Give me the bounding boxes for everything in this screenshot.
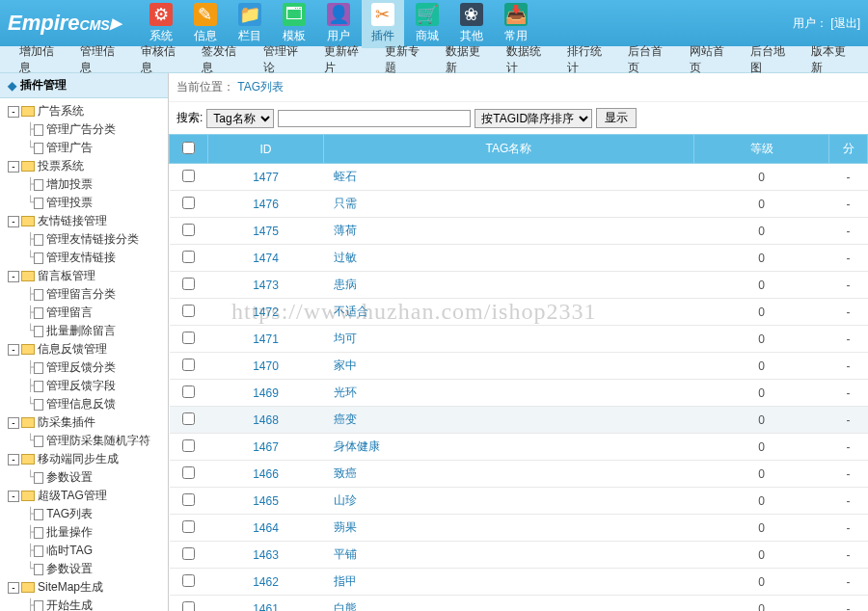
collapse-icon[interactable]: - <box>8 161 19 173</box>
row-id-link[interactable]: 1477 <box>253 171 279 184</box>
collapse-icon[interactable]: - <box>8 582 19 594</box>
tag-name-link[interactable]: 薄荷 <box>334 224 357 237</box>
subnav-item[interactable]: 审核信息 <box>129 43 190 76</box>
tree-item[interactable]: 增加投票 <box>46 177 93 191</box>
nav-插件[interactable]: ✂插件 <box>362 0 404 48</box>
tag-name-link[interactable]: 身体健康 <box>334 439 380 453</box>
tree-group[interactable]: 友情链接管理 <box>38 214 107 227</box>
nav-其他[interactable]: ❀其他 <box>450 0 493 48</box>
tree-group[interactable]: 防采集插件 <box>38 415 95 429</box>
tag-name-link[interactable]: 指甲 <box>334 574 357 588</box>
subnav-item[interactable]: 更新碎片 <box>312 43 373 76</box>
collapse-icon[interactable]: - <box>8 271 19 282</box>
collapse-icon[interactable]: - <box>8 491 19 502</box>
row-checkbox[interactable] <box>182 412 195 425</box>
collapse-icon[interactable]: - <box>8 216 19 227</box>
tree-group[interactable]: 广告系统 <box>38 104 84 118</box>
select-all-checkbox[interactable] <box>182 142 195 154</box>
tree-item[interactable]: 批量操作 <box>46 525 93 539</box>
tree-item[interactable]: 管理留言分类 <box>46 287 116 301</box>
row-checkbox[interactable] <box>182 305 195 317</box>
sort-select[interactable]: 按TAGID降序排序 <box>475 109 592 128</box>
tree-group[interactable]: 投票系统 <box>38 159 84 173</box>
tree-item[interactable]: 参数设置 <box>46 470 93 484</box>
tree-group[interactable]: 留言板管理 <box>38 269 95 282</box>
subnav-item[interactable]: 增加信息 <box>8 43 68 76</box>
row-id-link[interactable]: 1470 <box>253 359 279 373</box>
row-checkbox[interactable] <box>182 278 195 290</box>
row-id-link[interactable]: 1463 <box>253 548 279 562</box>
tag-name-link[interactable]: 家中 <box>334 359 357 372</box>
row-checkbox[interactable] <box>182 197 195 209</box>
row-id-link[interactable]: 1469 <box>253 386 279 400</box>
subnav-item[interactable]: 后台首页 <box>616 43 677 76</box>
tree-item[interactable]: 管理友情链接 <box>46 251 116 264</box>
row-checkbox[interactable] <box>182 251 195 263</box>
tree-item[interactable]: 临时TAG <box>46 544 93 557</box>
tree-item[interactable]: 管理广告 <box>46 141 93 154</box>
search-button[interactable]: 显示 <box>596 108 637 128</box>
row-id-link[interactable]: 1468 <box>253 413 279 427</box>
row-id-link[interactable]: 1467 <box>253 440 279 454</box>
row-checkbox[interactable] <box>182 332 195 344</box>
row-checkbox[interactable] <box>182 466 195 479</box>
subnav-item[interactable]: 更新专题 <box>373 43 434 76</box>
collapse-icon[interactable]: - <box>8 106 19 118</box>
tag-name-link[interactable]: 光环 <box>334 385 357 399</box>
row-id-link[interactable]: 1472 <box>253 306 279 319</box>
tree-group[interactable]: 超级TAG管理 <box>38 489 107 502</box>
tag-name-link[interactable]: 平铺 <box>334 547 357 561</box>
tree-group[interactable]: 信息反馈管理 <box>38 342 107 356</box>
tag-name-link[interactable]: 蛭石 <box>334 170 357 183</box>
tree-item[interactable]: 管理反馈字段 <box>46 379 116 392</box>
subnav-item[interactable]: 网站首页 <box>678 43 739 76</box>
row-checkbox[interactable] <box>182 601 195 612</box>
tag-name-link[interactable]: 患病 <box>334 278 357 291</box>
tree-item[interactable]: 管理投票 <box>46 196 93 209</box>
row-checkbox[interactable] <box>182 359 195 371</box>
row-id-link[interactable]: 1471 <box>253 332 279 346</box>
row-checkbox[interactable] <box>182 493 195 506</box>
tag-name-link[interactable]: 山珍 <box>334 493 357 507</box>
tree-item[interactable]: 管理留言 <box>46 306 93 319</box>
collapse-icon[interactable]: - <box>8 344 19 356</box>
subnav-item[interactable]: 管理信息 <box>68 43 129 76</box>
nav-栏目[interactable]: 📁栏目 <box>229 0 271 48</box>
subnav-item[interactable]: 数据统计 <box>495 43 556 76</box>
row-id-link[interactable]: 1475 <box>253 225 279 238</box>
tag-name-link[interactable]: 不适合 <box>334 305 368 318</box>
row-id-link[interactable]: 1464 <box>253 521 279 535</box>
subnav-item[interactable]: 排行统计 <box>556 43 616 76</box>
search-type-select[interactable]: Tag名称 <box>206 109 274 128</box>
breadcrumb-link[interactable]: TAG列表 <box>237 80 284 93</box>
row-id-link[interactable]: 1465 <box>253 494 279 508</box>
tag-name-link[interactable]: 只需 <box>334 197 357 210</box>
tree-item[interactable]: 管理防采集随机字符 <box>46 434 150 447</box>
tree-item[interactable]: 管理信息反馈 <box>46 397 116 411</box>
collapse-icon[interactable]: - <box>8 417 19 429</box>
tree-item[interactable]: TAG列表 <box>46 507 93 520</box>
subnav-item[interactable]: 签发信息 <box>190 43 251 76</box>
nav-信息[interactable]: ✎信息 <box>184 0 227 48</box>
row-checkbox[interactable] <box>182 520 195 533</box>
nav-用户[interactable]: 👤用户 <box>317 0 360 48</box>
row-id-link[interactable]: 1461 <box>253 602 279 612</box>
subnav-item[interactable]: 管理评论 <box>252 43 312 76</box>
subnav-item[interactable]: 数据更新 <box>434 43 495 76</box>
collapse-icon[interactable]: - <box>8 454 19 465</box>
tree-item[interactable]: 管理反馈分类 <box>46 360 116 374</box>
row-checkbox[interactable] <box>182 170 195 182</box>
row-checkbox[interactable] <box>182 547 195 560</box>
tag-name-link[interactable]: 均可 <box>334 332 357 345</box>
row-checkbox[interactable] <box>182 385 195 398</box>
tag-name-link[interactable]: 白熊 <box>334 601 357 611</box>
logout-link[interactable]: [退出] <box>830 16 860 30</box>
row-checkbox[interactable] <box>182 574 195 587</box>
row-id-link[interactable]: 1474 <box>253 252 279 265</box>
tree-group[interactable]: 移动端同步生成 <box>38 452 119 465</box>
tag-name-link[interactable]: 过敏 <box>334 251 357 264</box>
nav-系统[interactable]: ⚙系统 <box>140 0 182 48</box>
row-checkbox[interactable] <box>182 439 195 452</box>
row-checkbox[interactable] <box>182 224 195 236</box>
nav-模板[interactable]: 🗔模板 <box>273 0 315 48</box>
